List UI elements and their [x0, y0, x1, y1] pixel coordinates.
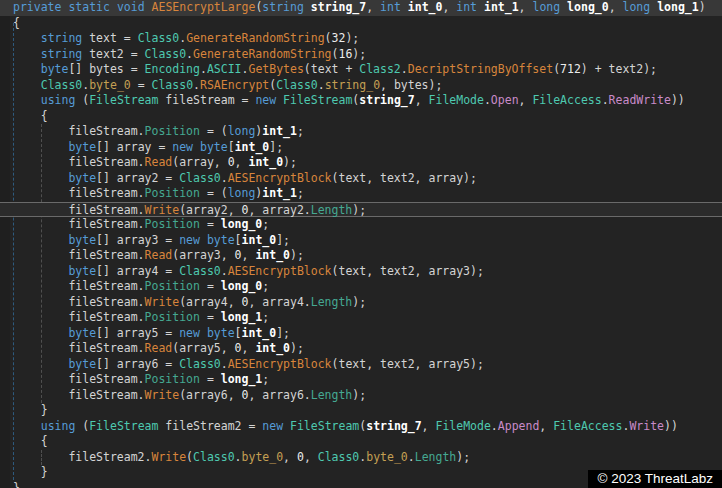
code-token	[145, 0, 152, 14]
code-token: Length	[311, 388, 353, 402]
code-token: .	[401, 62, 408, 76]
code-token: .	[200, 62, 207, 76]
code-token: FileStream	[89, 93, 158, 107]
code-token: ,	[415, 93, 429, 107]
code-token: (	[186, 450, 193, 464]
code-token: ;	[262, 372, 269, 386]
code-token: new	[179, 233, 200, 247]
code-token: long	[532, 0, 560, 14]
code-token: Position	[145, 186, 200, 200]
code-token: string_7	[366, 419, 421, 433]
code-line: Class0.byte_0 = Class0.RSAEncrypt(Class0…	[0, 78, 722, 94]
code-token: Class0	[318, 450, 360, 464]
code-token: Position	[145, 372, 200, 386]
code-token: byte	[68, 233, 96, 247]
code-line: string text = Class0.GenerateRandomStrin…	[0, 31, 722, 47]
code-token: ))	[664, 419, 678, 433]
code-token	[13, 171, 68, 185]
code-token: }	[13, 481, 20, 488]
code-line: {	[0, 109, 722, 125]
code-token: .	[408, 450, 415, 464]
code-token: , bytes);	[380, 78, 442, 92]
code-token: ];	[276, 326, 290, 340]
code-token: int_0	[255, 248, 290, 262]
code-token: ASCII	[207, 62, 242, 76]
code-token: Length	[311, 295, 353, 309]
code-token: Write	[145, 295, 180, 309]
code-token: = (	[200, 124, 228, 138]
code-token: Write	[629, 419, 664, 433]
code-token	[13, 93, 41, 107]
code-token: FileMode	[435, 419, 490, 433]
code-token: Encoding	[145, 62, 200, 76]
code-token: byte_0	[366, 450, 408, 464]
code-token	[13, 233, 68, 247]
code-token: .	[221, 357, 228, 371]
code-token: string_7	[311, 0, 366, 14]
code-token: fileStream.	[13, 155, 145, 169]
code-token: 16	[338, 47, 352, 61]
code-token: [	[235, 326, 242, 340]
code-token	[13, 62, 41, 76]
code-token: .	[602, 93, 609, 107]
code-token	[477, 0, 484, 14]
code-token: [	[228, 140, 235, 154]
code-token: (array,	[172, 155, 227, 169]
code-token: byte	[68, 264, 96, 278]
code-token: [] array6 =	[96, 357, 179, 371]
code-token: AESEncryptLarge	[152, 0, 256, 14]
code-line: string text2 = Class0.GenerateRandomStri…	[0, 47, 722, 63]
code-line: fileStream.Write(array2, 0, array2.Lengt…	[0, 202, 722, 218]
code-line: }	[0, 403, 722, 419]
code-token: long_0	[221, 279, 263, 293]
code-token: string_7	[359, 93, 414, 107]
code-token: = (	[200, 186, 228, 200]
code-token: [	[235, 233, 242, 247]
code-token: Class0	[179, 357, 221, 371]
code-token: fileStream.	[13, 279, 145, 293]
code-token: ,	[304, 450, 318, 464]
code-token: ,	[609, 0, 623, 14]
code-token	[13, 357, 68, 371]
code-token: );	[456, 450, 470, 464]
code-token: Write	[151, 450, 186, 464]
code-token: Class0	[152, 78, 194, 92]
code-token	[193, 140, 200, 154]
code-line: fileStream.Position = (long)int_1;	[0, 124, 722, 140]
code-token: long_1	[221, 310, 263, 324]
code-token: [] array2 =	[96, 171, 179, 185]
code-token: byte_0	[242, 450, 284, 464]
code-token: [] array3 =	[96, 233, 179, 247]
code-token: int_0	[408, 0, 443, 14]
code-token: byte	[207, 233, 235, 247]
code-token: byte	[68, 357, 96, 371]
code-token: 0	[297, 450, 304, 464]
code-token: Length	[311, 203, 353, 217]
code-token	[13, 326, 68, 340]
code-token	[13, 140, 68, 154]
code-token: Class0	[179, 171, 221, 185]
code-token: FileMode	[429, 93, 484, 107]
code-token: static	[68, 0, 110, 14]
code-token	[304, 0, 311, 14]
code-token: ReadWrite	[609, 93, 671, 107]
code-line: fileStream.Read(array5, 0, int_0);	[0, 341, 722, 357]
code-token: new	[179, 326, 200, 340]
code-token: {	[13, 434, 48, 448]
code-token: long	[228, 186, 256, 200]
watermark: © 2023 ThreatLabz	[588, 470, 722, 488]
code-line: fileStream.Position = long_0;	[0, 217, 722, 233]
code-token: ,	[242, 248, 256, 262]
code-token: =	[131, 78, 152, 92]
code-token: (text, text2, array);	[332, 171, 477, 185]
code-token: );	[352, 388, 366, 402]
code-token: .	[491, 419, 498, 433]
code-token: fileStream.	[13, 248, 145, 262]
code-editor[interactable]: private static void AESEncryptLarge(stri…	[0, 0, 722, 488]
code-token: DecriptStringByOffset	[408, 62, 553, 76]
code-token: =	[200, 217, 221, 231]
code-token: long_0	[567, 0, 609, 14]
code-token: int_0	[242, 326, 277, 340]
code-line: fileStream.Position = long_1;	[0, 310, 722, 326]
code-token: fileStream2 =	[158, 419, 262, 433]
